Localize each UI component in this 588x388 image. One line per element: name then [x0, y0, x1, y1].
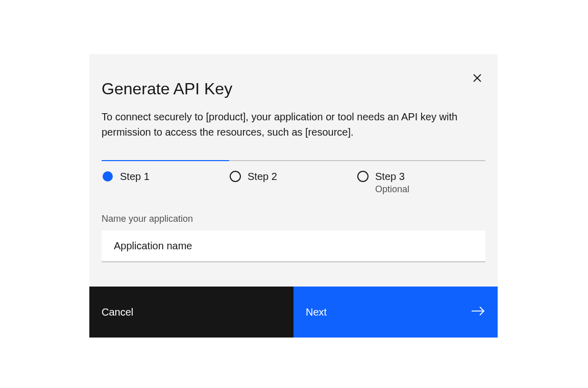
step-1-label: Step 1 [120, 169, 150, 184]
step-2[interactable]: Step 2 [229, 169, 357, 195]
progress-indicator-track [102, 160, 485, 161]
progress-steps: Step 1 Step 2 [102, 169, 485, 195]
step-2-label: Step 2 [248, 169, 277, 184]
step-3-label: Step 3 [375, 169, 409, 184]
step-1-texts: Step 1 [120, 169, 150, 184]
step-2-texts: Step 2 [248, 169, 277, 184]
modal-description: To connect securely to [product], your a… [102, 109, 469, 140]
application-name-label: Name your application [102, 214, 485, 224]
circle-filled-icon [102, 170, 114, 183]
step-1[interactable]: Step 1 [102, 169, 229, 195]
svg-point-3 [230, 171, 240, 182]
close-icon [472, 73, 482, 85]
modal-footer: Cancel Next [89, 287, 498, 338]
circle-outline-icon [357, 170, 369, 183]
api-key-modal: Generate API Key To connect securely to … [89, 54, 498, 338]
close-button[interactable] [467, 68, 487, 89]
step-3[interactable]: Step 3 Optional [357, 169, 484, 195]
next-button-label: Next [306, 306, 327, 318]
svg-point-4 [358, 171, 368, 182]
circle-outline-icon [229, 170, 241, 183]
step-3-sublabel: Optional [375, 184, 409, 195]
arrow-right-icon [471, 306, 485, 319]
progress-indicator-fill [102, 160, 229, 161]
application-name-input[interactable] [102, 230, 485, 262]
cancel-button-label: Cancel [102, 306, 133, 318]
step-3-texts: Step 3 Optional [375, 169, 409, 195]
cancel-button[interactable]: Cancel [89, 287, 293, 338]
modal-title: Generate API Key [102, 79, 485, 99]
svg-point-2 [103, 171, 113, 182]
next-button[interactable]: Next [293, 287, 498, 338]
modal-body: Generate API Key To connect securely to … [89, 54, 498, 287]
